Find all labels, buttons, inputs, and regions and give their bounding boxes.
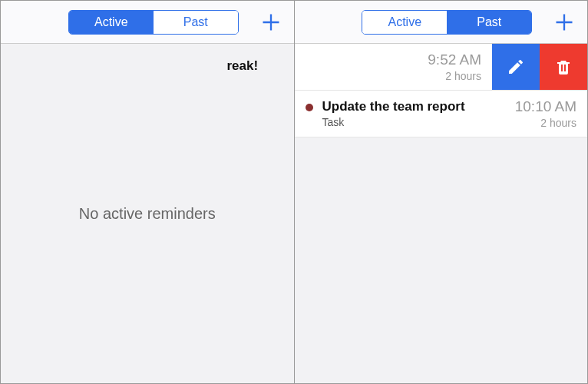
pencil-icon <box>507 58 525 76</box>
edit-button[interactable] <box>492 44 540 90</box>
reminder-text: reak! <box>227 58 421 75</box>
tab-active[interactable]: Active <box>69 11 154 34</box>
topbar: Active Past <box>295 1 588 44</box>
reminder-duration: 2 hours <box>515 117 576 129</box>
reminder-text: Update the team report Task <box>322 99 507 128</box>
reminder-time-block: 9:52 AM 2 hours <box>420 51 481 82</box>
topbar: Active Past <box>1 1 294 44</box>
reminder-list: reak! 9:52 AM 2 hours <box>295 44 588 137</box>
add-button[interactable] <box>549 12 580 33</box>
trash-icon <box>554 58 573 76</box>
reminder-row[interactable]: reak! 9:52 AM 2 hours <box>295 44 588 91</box>
tab-past[interactable]: Past <box>154 11 238 34</box>
reminder-row[interactable]: Update the team report Task 10:10 AM 2 h… <box>295 91 588 137</box>
reminder-subtitle: Task <box>322 116 507 128</box>
reminder-time: 9:52 AM <box>428 51 481 68</box>
add-icon <box>553 12 575 33</box>
add-button[interactable] <box>256 12 286 33</box>
reminder-time-block: 10:10 AM 2 hours <box>507 98 576 129</box>
reminder-row-main[interactable]: reak! 9:52 AM 2 hours <box>221 44 493 90</box>
reminder-title: Update the team report <box>322 99 507 114</box>
delete-button[interactable] <box>540 44 587 90</box>
tab-active[interactable]: Active <box>362 11 447 34</box>
add-icon <box>260 12 282 33</box>
reminder-row-main[interactable]: Update the team report Task 10:10 AM 2 h… <box>295 91 588 137</box>
reminder-duration: 2 hours <box>428 70 481 82</box>
status-dot-icon <box>306 104 313 111</box>
tab-segmented-control: Active Past <box>68 10 239 35</box>
tab-past[interactable]: Past <box>447 11 531 34</box>
content-area: No active reminders <box>1 44 294 383</box>
reminder-time: 10:10 AM <box>515 98 576 115</box>
content-area: reak! 9:52 AM 2 hours <box>295 44 588 383</box>
empty-state-text: No active reminders <box>1 44 294 383</box>
reminder-title: reak! <box>227 58 421 74</box>
pane-past: Active Past reak! 9:52 AM 2 <box>294 0 589 384</box>
tab-segmented-control: Active Past <box>362 10 532 35</box>
